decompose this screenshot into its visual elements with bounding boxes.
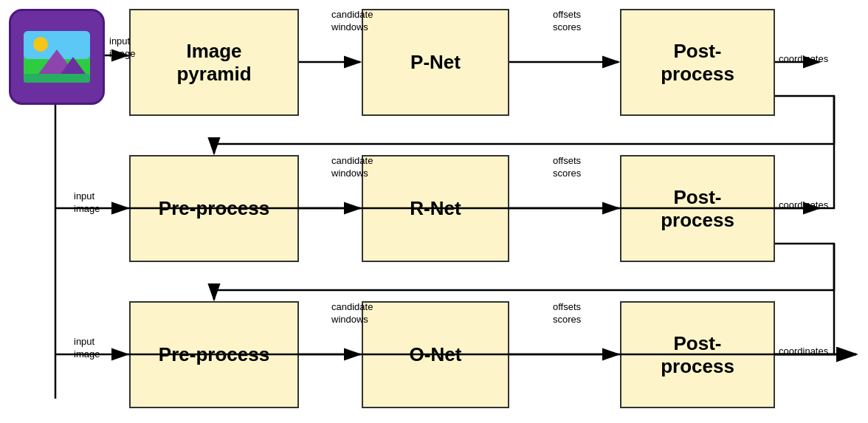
label-coordinates-2: coordinates — [779, 199, 828, 212]
label-input-image-3: inputimage — [74, 336, 100, 361]
svg-rect-5 — [24, 74, 90, 83]
o-net-box: O-Net — [362, 301, 509, 408]
diagram: Imagepyramid P-Net Post-process Pre-proc… — [0, 0, 868, 423]
label-coordinates-3: coordinates — [779, 345, 828, 358]
r-net-box: R-Net — [362, 155, 509, 262]
p-net-box: P-Net — [362, 9, 509, 116]
label-offsets-scores-1: offsetsscores — [553, 9, 581, 34]
label-offsets-scores-3: offsetsscores — [553, 301, 581, 326]
pre-process-1-box: Pre-process — [129, 155, 299, 262]
label-input-image-1: inputimage — [109, 35, 135, 61]
label-input-image-2: inputimage — [74, 190, 100, 216]
label-coordinates-1: coordinates — [779, 53, 828, 66]
pre-process-2-box: Pre-process — [129, 301, 299, 408]
svg-point-2 — [33, 37, 48, 52]
input-image-icon — [9, 9, 105, 105]
label-candidate-windows-1: candidatewindows — [331, 9, 373, 34]
post-process-3-box: Post-process — [620, 301, 775, 408]
label-candidate-windows-3: candidatewindows — [331, 301, 373, 326]
label-offsets-scores-2: offsetsscores — [553, 155, 581, 180]
label-candidate-windows-2: candidatewindows — [331, 155, 373, 180]
post-process-2-box: Post-process — [620, 155, 775, 262]
post-process-1-box: Post-process — [620, 9, 775, 116]
image-pyramid-box: Imagepyramid — [129, 9, 299, 116]
